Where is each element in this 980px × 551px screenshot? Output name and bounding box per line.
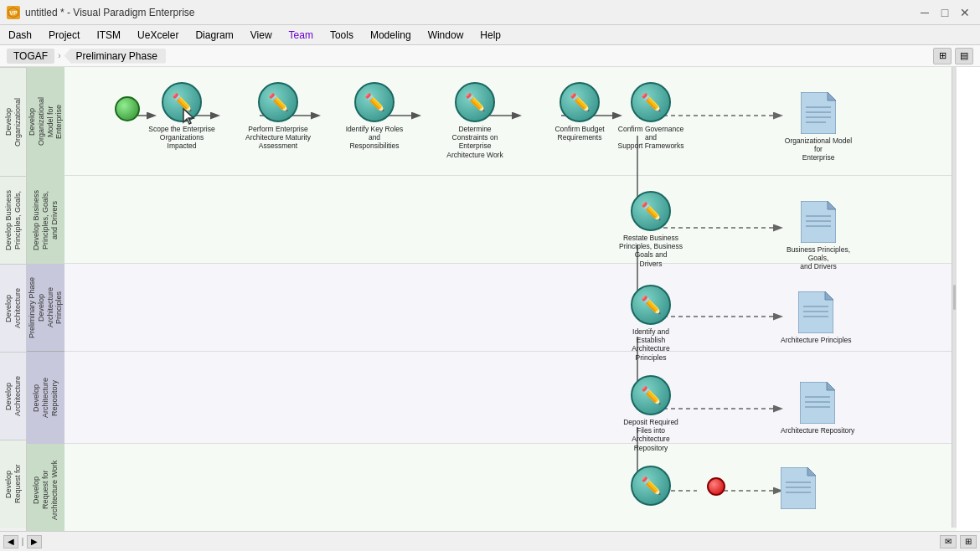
node-label-8: Identify and EstablishArchitecture Princ… — [617, 327, 684, 362]
node-label-2: Perform EnterpriseArchitecture MaturityA… — [245, 125, 311, 151]
app-title: untitled * - Visual Paradigm Enterprise — [25, 7, 195, 18]
menu-itsm[interactable]: ITSM — [88, 25, 129, 44]
swim-lanes: DevelopOrganizational Develop BusinessPr… — [0, 67, 27, 531]
node-icon-5: ✏️ — [560, 82, 600, 122]
swim-lane-2: Develop BusinessPrinciples, Goals, — [0, 176, 26, 264]
breadcrumb-arrow: › — [58, 51, 60, 60]
menu-tools[interactable]: Tools — [322, 25, 362, 44]
diagram-area[interactable]: DevelopOrganizationalModel forEnterprise… — [27, 67, 980, 531]
node-row5-process[interactable]: ✏️ — [617, 466, 684, 506]
minimize-button[interactable]: ─ — [916, 4, 933, 21]
node-label-1: Scope the EnterpriseOrganizations Impact… — [148, 125, 215, 151]
node-label-9: Deposit Required Files intoArchitecture … — [617, 418, 684, 452]
doc-label-4: Architecture Repository — [781, 426, 854, 435]
node-icon-7: ✏️ — [631, 191, 671, 231]
node-constraints[interactable]: ✏️ Determine Constraints onEnterprise Ar… — [441, 82, 508, 159]
doc-icon-4 — [800, 382, 835, 424]
swim-lane-1: DevelopOrganizational — [0, 67, 26, 176]
status-icon-2[interactable]: ⊞ — [960, 535, 977, 548]
node-arch-principles[interactable]: ✏️ Identify and EstablishArchitecture Pr… — [617, 285, 684, 362]
doc-label-2: Business Principles, Goals,and Drivers — [781, 245, 856, 271]
status-icons: ✉ ⊞ — [940, 535, 977, 548]
node-perf-maturity[interactable]: ✏️ Perform EnterpriseArchitecture Maturi… — [245, 82, 312, 151]
resize-grip — [953, 285, 956, 310]
node-governance[interactable]: ✏️ Confirm Governance andSupport Framewo… — [617, 82, 684, 151]
breadcrumb-current[interactable]: Preliminary Phase — [64, 49, 165, 64]
breadcrumb-togaf[interactable]: TOGAF — [7, 49, 54, 64]
doc-org-model[interactable]: Organizational Model forEnterprise — [781, 92, 856, 162]
svg-text:VP: VP — [9, 10, 18, 16]
node-budget[interactable]: ✏️ Confirm BudgetRequirements — [546, 82, 613, 142]
end-circle — [707, 477, 725, 496]
bc-icon-grid[interactable]: ⊞ — [933, 48, 952, 64]
node-scope-enterprise[interactable]: ✏️ Scope the EnterpriseOrganizations Imp… — [148, 82, 215, 151]
phase-label-3: Preliminary PhaseDevelopArchitecturePrin… — [27, 264, 64, 352]
status-icon-1[interactable]: ✉ — [940, 535, 957, 548]
svg-marker-43 — [807, 467, 816, 476]
menu-uexceler[interactable]: UeXceler — [129, 25, 187, 44]
node-icon-8: ✏️ — [631, 285, 671, 325]
scroll-nav: ◀ ▶ — [3, 535, 42, 548]
swim-row-5 — [27, 444, 957, 531]
menu-diagram[interactable]: Diagram — [187, 25, 241, 44]
diagram-canvas: DevelopOrganizationalModel forEnterprise… — [27, 67, 957, 528]
menu-team[interactable]: Team — [281, 25, 322, 44]
menu-view[interactable]: View — [242, 25, 281, 44]
svg-marker-38 — [827, 382, 835, 390]
node-icon-1: ✏️ — [162, 82, 202, 122]
phase-col: DevelopOrganizationalModel forEnterprise… — [27, 67, 64, 528]
app-icon: VP — [7, 6, 20, 19]
maximize-button[interactable]: □ — [936, 4, 953, 21]
node-icon-3: ✏️ — [354, 82, 395, 122]
window-controls: ─ □ ✕ — [916, 4, 973, 21]
doc-icon-5 — [781, 467, 816, 509]
doc-icon-1 — [801, 92, 836, 134]
menu-help[interactable]: Help — [472, 25, 509, 44]
bc-icon-layout[interactable]: ▤ — [955, 48, 973, 64]
node-icon-2: ✏️ — [258, 82, 298, 122]
phase-label-5: DevelopRequest forArchitecture Work — [27, 444, 64, 531]
menu-dash[interactable]: Dash — [0, 25, 40, 44]
breadcrumb-nav: TOGAF › Preliminary Phase — [7, 49, 166, 64]
h-scroll-track[interactable] — [22, 538, 23, 546]
breadcrumb-bar: TOGAF › Preliminary Phase ⊞ ▤ — [0, 45, 980, 67]
menu-modeling[interactable]: Modeling — [362, 25, 420, 44]
end-node-red[interactable] — [707, 477, 725, 496]
doc-biz-principles[interactable]: Business Principles, Goals,and Drivers — [781, 201, 856, 271]
start-circle — [115, 96, 140, 121]
doc-arch-principles[interactable]: Architecture Principles — [781, 291, 852, 344]
vertical-resize-handle[interactable] — [952, 67, 957, 528]
svg-marker-33 — [825, 291, 833, 300]
doc-label-1: Organizational Model forEnterprise — [781, 136, 856, 162]
doc-arch-repo[interactable]: Architecture Repository — [781, 382, 854, 435]
svg-marker-22 — [828, 92, 836, 100]
doc-label-3: Architecture Principles — [781, 336, 852, 344]
node-icon-4: ✏️ — [455, 82, 495, 122]
node-label-5: Confirm BudgetRequirements — [554, 125, 604, 142]
phase-label-4: DevelopArchitectureRepository — [27, 352, 64, 444]
doc-row5[interactable] — [781, 467, 816, 509]
scroll-right-btn[interactable]: ▶ — [27, 535, 42, 548]
node-icon-9: ✏️ — [631, 375, 671, 415]
phase-label-2: Develop BusinessPrinciples, Goals,and Dr… — [27, 176, 64, 264]
swim-lane-3: DevelopArchitecture — [0, 264, 26, 352]
close-button[interactable]: ✕ — [957, 4, 973, 21]
breadcrumb-icons: ⊞ ▤ — [933, 48, 973, 64]
node-label-3: Identify Key Roles andResponsibilities — [341, 125, 408, 151]
title-bar: VP untitled * - Visual Paradigm Enterpri… — [0, 0, 980, 25]
menu-bar: Dash Project ITSM UeXceler Diagram View … — [0, 25, 980, 45]
node-label-6: Confirm Governance andSupport Frameworks — [617, 125, 684, 151]
swim-lane-4: DevelopArchitecture — [0, 352, 26, 440]
menu-window[interactable]: Window — [420, 25, 472, 44]
svg-marker-28 — [828, 201, 836, 209]
node-deposit-files[interactable]: ✏️ Deposit Required Files intoArchitectu… — [617, 375, 684, 452]
node-restate-biz[interactable]: ✏️ Restate BusinessPrinciples, Business … — [617, 191, 684, 268]
menu-project[interactable]: Project — [40, 25, 88, 44]
node-icon-10: ✏️ — [631, 466, 671, 506]
scroll-left-btn[interactable]: ◀ — [3, 535, 18, 548]
node-icon-6: ✏️ — [631, 82, 671, 122]
node-label-7: Restate BusinessPrinciples, Business Goa… — [617, 234, 684, 268]
doc-icon-2 — [801, 201, 836, 243]
node-identify-roles[interactable]: ✏️ Identify Key Roles andResponsibilitie… — [341, 82, 408, 151]
main-area: DevelopOrganizational Develop BusinessPr… — [0, 67, 980, 531]
